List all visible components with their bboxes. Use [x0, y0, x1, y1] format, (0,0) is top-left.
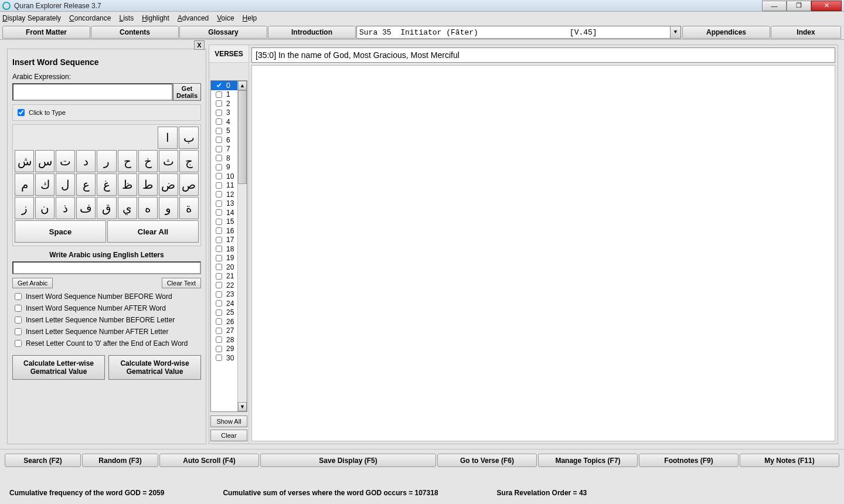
- menu-display-separately[interactable]: Display Separately: [2, 14, 61, 22]
- verse-list-item[interactable]: 16: [211, 226, 237, 236]
- verse-list-item[interactable]: 3: [211, 108, 237, 118]
- arabic-key[interactable]: ق: [97, 197, 116, 219]
- tab-contents[interactable]: Contents: [91, 26, 179, 39]
- option-row[interactable]: Insert Word Sequence Number AFTER Word: [12, 302, 201, 314]
- clear-text-button[interactable]: Clear Text: [162, 278, 201, 288]
- arabic-expression-input[interactable]: [12, 83, 173, 101]
- verse-checkbox[interactable]: [216, 110, 222, 116]
- menu-voice[interactable]: Voice: [217, 14, 234, 22]
- verse-list-item[interactable]: 29: [211, 345, 237, 354]
- verse-checkbox[interactable]: [216, 137, 222, 143]
- arabic-key[interactable]: ض: [159, 173, 178, 196]
- verse-list-item[interactable]: 4: [211, 117, 237, 127]
- option-row[interactable]: Insert Letter Sequence Number AFTER Lett…: [12, 326, 201, 338]
- verse-list-item[interactable]: 24: [211, 299, 237, 308]
- verse-checkbox[interactable]: [216, 82, 222, 88]
- verse-checkbox[interactable]: [216, 246, 222, 252]
- verse-list-item[interactable]: 9: [211, 163, 237, 172]
- verses-list[interactable]: 0123456789101112131415161718192021222324…: [211, 81, 237, 411]
- verse-checkbox[interactable]: [216, 191, 222, 197]
- menu-lists[interactable]: Lists: [119, 14, 134, 22]
- verse-checkbox[interactable]: [216, 300, 222, 307]
- arabic-key[interactable]: ت: [56, 150, 75, 172]
- verse-checkbox[interactable]: [216, 227, 222, 234]
- footnotes-button[interactable]: Footnotes (F9): [639, 454, 738, 467]
- minimize-button[interactable]: —: [762, 1, 787, 11]
- verse-list-item[interactable]: 2: [211, 99, 237, 108]
- scroll-down-icon[interactable]: ▼: [238, 402, 247, 411]
- option-checkbox[interactable]: [15, 340, 22, 347]
- verse-list-item[interactable]: 5: [211, 127, 237, 136]
- verse-checkbox[interactable]: [216, 200, 222, 207]
- tab-glossary[interactable]: Glossary: [179, 26, 267, 39]
- auto-scroll-button[interactable]: Auto Scroll (F4): [159, 454, 259, 467]
- scroll-thumb[interactable]: [238, 90, 247, 184]
- arabic-key[interactable]: ي: [118, 197, 137, 219]
- arabic-key[interactable]: ع: [76, 173, 96, 196]
- option-row[interactable]: Insert Word Sequence Number BEFORE Word: [12, 291, 201, 302]
- verse-list-item[interactable]: 21: [211, 272, 237, 281]
- arabic-key[interactable]: خ: [138, 150, 158, 172]
- verse-checkbox[interactable]: [216, 309, 222, 316]
- english-letters-input[interactable]: [12, 261, 201, 274]
- save-display-button[interactable]: Save Display (F5): [260, 454, 436, 467]
- verse-checkbox[interactable]: [216, 128, 222, 134]
- verse-list-item[interactable]: 13: [211, 199, 237, 209]
- verse-checkbox[interactable]: [216, 328, 222, 334]
- verse-checkbox[interactable]: [216, 182, 222, 189]
- verse-list-item[interactable]: 11: [211, 181, 237, 190]
- verse-checkbox[interactable]: [216, 173, 222, 179]
- click-to-type-checkbox[interactable]: [18, 109, 25, 116]
- chevron-down-icon[interactable]: ▼: [670, 26, 680, 38]
- verse-list-item[interactable]: 0: [211, 81, 237, 90]
- verse-checkbox[interactable]: [216, 118, 222, 125]
- verse-list-item[interactable]: 19: [211, 254, 237, 263]
- arabic-key[interactable]: ش: [15, 150, 34, 172]
- option-checkbox[interactable]: [15, 305, 22, 312]
- verse-list-item[interactable]: 20: [211, 263, 237, 272]
- get-arabic-button[interactable]: Get Arabic: [12, 278, 53, 288]
- arabic-key[interactable]: ز: [15, 197, 34, 219]
- verse-checkbox[interactable]: [216, 355, 222, 361]
- option-checkbox[interactable]: [15, 328, 22, 335]
- arabic-key[interactable]: ج: [179, 150, 199, 172]
- random-button[interactable]: Random (F3): [82, 454, 158, 467]
- arabic-key[interactable]: س: [35, 150, 55, 172]
- verse-list-item[interactable]: 1: [211, 90, 237, 100]
- verse-list-item[interactable]: 18: [211, 244, 237, 254]
- show-all-button[interactable]: Show All: [210, 416, 247, 427]
- verse-checkbox[interactable]: [216, 255, 222, 261]
- verse-list-item[interactable]: 15: [211, 217, 237, 227]
- arabic-key[interactable]: ث: [159, 150, 178, 172]
- verse-checkbox[interactable]: [216, 318, 222, 325]
- verse-list-item[interactable]: 10: [211, 172, 237, 181]
- verse-list-item[interactable]: 14: [211, 208, 237, 217]
- arabic-key[interactable]: ح: [118, 150, 137, 172]
- verse-checkbox[interactable]: [216, 155, 222, 161]
- tab-index[interactable]: Index: [771, 26, 841, 39]
- verse-list-item[interactable]: 7: [211, 145, 237, 154]
- arabic-key[interactable]: م: [15, 173, 34, 196]
- verse-checkbox[interactable]: [216, 282, 222, 288]
- verse-checkbox[interactable]: [216, 291, 222, 298]
- verse-list-item[interactable]: 30: [211, 353, 237, 363]
- verse-checkbox[interactable]: [216, 146, 222, 152]
- arabic-key[interactable]: ة: [179, 197, 199, 219]
- verse-list-item[interactable]: 28: [211, 335, 237, 345]
- option-row[interactable]: Insert Letter Sequence Number BEFORE Let…: [12, 314, 201, 326]
- menu-highlight[interactable]: Highlight: [142, 14, 169, 22]
- verse-checkbox[interactable]: [216, 237, 222, 243]
- arabic-key[interactable]: ف: [76, 197, 96, 219]
- verse-checkbox[interactable]: [216, 264, 222, 270]
- sidebar-close-button[interactable]: X: [194, 40, 205, 50]
- go-to-verse-button[interactable]: Go to Verse (F6): [437, 454, 537, 467]
- get-details-button[interactable]: Get Details: [173, 83, 201, 101]
- arabic-key[interactable]: ه: [138, 197, 158, 219]
- verse-list-item[interactable]: 25: [211, 308, 237, 318]
- menu-concordance[interactable]: Concordance: [69, 14, 111, 22]
- verse-list-item[interactable]: 6: [211, 135, 237, 145]
- verse-checkbox[interactable]: [216, 273, 222, 280]
- menu-advanced[interactable]: Advanced: [178, 14, 209, 22]
- option-checkbox[interactable]: [15, 316, 22, 323]
- tab-front-matter[interactable]: Front Matter: [2, 26, 90, 39]
